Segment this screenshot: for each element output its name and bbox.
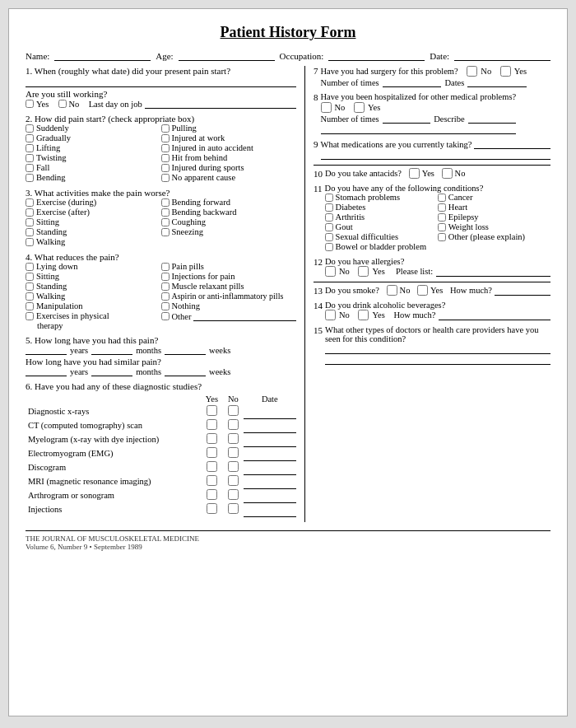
q3-options: Exercise (during) Exercise (after) Sitti…: [26, 198, 296, 247]
q5-months-label: months: [136, 346, 161, 355]
q4-label: 4. What reduces the pain?: [26, 252, 296, 262]
q12-no-checkbox[interactable]: [325, 266, 336, 277]
q15-text: What other types of doctors or health ca…: [325, 325, 550, 343]
q15-field[interactable]: [325, 344, 550, 354]
q9-section: 9 What medications are you currently tak…: [314, 139, 550, 160]
q6-no-cell[interactable]: [223, 474, 243, 488]
q6-no-cell[interactable]: [223, 502, 243, 516]
q5-sim-weeks-field[interactable]: [165, 366, 206, 376]
q5-weeks-field[interactable]: [165, 345, 206, 355]
q14-yes-checkbox[interactable]: [358, 310, 369, 320]
q4-standing: Standing: [26, 282, 161, 291]
q13-yes-label: Yes: [430, 286, 443, 295]
q6-date-cell[interactable]: [244, 446, 296, 460]
name-label: Name:: [26, 51, 49, 61]
q1-yes-checkbox[interactable]: [26, 100, 34, 108]
q6-yes-cell[interactable]: [201, 502, 223, 516]
q4-other-field[interactable]: [193, 311, 296, 321]
q11-weight-loss: Weight loss: [438, 222, 550, 231]
q6-no-cell[interactable]: [223, 418, 243, 432]
q6-yes-cell[interactable]: [201, 418, 223, 432]
q7-yes-checkbox[interactable]: [500, 66, 511, 77]
header-row: Name: Age: Occupation: Date:: [26, 49, 550, 61]
q2-label: 2. How did pain start? (check appropriat…: [26, 114, 296, 124]
q6-row: CT (computed tomography) scan: [26, 418, 296, 432]
footer: THE JOURNAL OF MUSCULOSKELETAL MEDICINE …: [26, 530, 550, 551]
q5-years-field[interactable]: [26, 345, 67, 355]
q10-yes-checkbox[interactable]: [409, 168, 420, 179]
q6-yes-cell[interactable]: [201, 488, 223, 502]
q2-options: Suddenly Gradually Lifting Twisting Fall…: [26, 124, 296, 183]
q15-number: 15: [314, 325, 323, 335]
q13-number: 13: [314, 286, 323, 296]
age-field[interactable]: [179, 49, 275, 61]
q7-dates-field[interactable]: [467, 77, 527, 87]
q5-months-field[interactable]: [91, 345, 132, 355]
q13-no-checkbox[interactable]: [387, 285, 397, 296]
q6-no-cell[interactable]: [223, 446, 243, 460]
q13-how-much-field[interactable]: [495, 286, 550, 296]
q10-no-checkbox[interactable]: [442, 168, 453, 179]
q8-no-label: No: [335, 103, 346, 112]
q12-row: No Yes Please list:: [325, 266, 550, 277]
q6-no-cell[interactable]: [223, 432, 243, 446]
q6-yes-cell[interactable]: [201, 404, 223, 418]
q3-standing: Standing: [26, 227, 161, 236]
q4-muscle-relaxant: Muscle relaxant pills: [161, 282, 297, 291]
q13-row: 13 Do you smoke? No Yes How much?: [314, 285, 550, 296]
q1-no-checkbox[interactable]: [58, 100, 67, 108]
q6-date-cell[interactable]: [244, 502, 296, 516]
q4-right-col: Pain pills Injections for pain Muscle re…: [161, 262, 297, 330]
last-day-field[interactable]: [145, 99, 296, 109]
q6-row: Injections: [26, 502, 296, 516]
q6-study-label: Myelogram (x-ray with dye injection): [26, 432, 201, 446]
q8-num-field[interactable]: [383, 114, 431, 124]
q6-no-cell[interactable]: [223, 488, 243, 502]
q10-section: 10 Do you take antacids? Yes No: [314, 168, 550, 179]
q6-no-cell[interactable]: [223, 404, 243, 418]
date-field[interactable]: [454, 49, 550, 61]
q13-yes-checkbox[interactable]: [417, 285, 428, 296]
q6-yes-cell[interactable]: [201, 432, 223, 446]
q14-no-checkbox[interactable]: [325, 310, 336, 320]
q6-yes-cell[interactable]: [201, 446, 223, 460]
name-field[interactable]: [54, 49, 151, 61]
q6-yes-cell[interactable]: [201, 460, 223, 474]
q4-injections: Injections for pain: [161, 272, 297, 281]
q5-sim-months-field[interactable]: [91, 366, 132, 376]
q3-coughing: Coughing: [161, 217, 297, 226]
q14-text: Do you drink alcoholic beverages?: [325, 301, 550, 310]
q6-date-cell[interactable]: [244, 432, 296, 446]
q11-stomach: Stomach problems: [325, 193, 438, 202]
q12-list-field[interactable]: [436, 267, 550, 277]
q10-yes-label: Yes: [422, 169, 434, 178]
q9-field[interactable]: [474, 139, 550, 149]
q6-date-cell[interactable]: [244, 460, 296, 474]
q5-weeks-label: weeks: [209, 346, 230, 355]
q5-sim-years-field[interactable]: [26, 366, 67, 376]
q2-suddenly: Suddenly: [26, 124, 161, 133]
q6-no-cell[interactable]: [223, 460, 243, 474]
q6-date-cell[interactable]: [244, 488, 296, 502]
q14-how-much-field[interactable]: [439, 310, 550, 320]
q14-row: No Yes How much?: [325, 310, 550, 320]
q8-yes-checkbox[interactable]: [354, 102, 365, 113]
date-label: Date:: [430, 51, 449, 61]
q10-row: 10 Do you take antacids? Yes No: [314, 168, 550, 179]
q2-fall: Fall: [26, 163, 161, 172]
q12-yes-checkbox[interactable]: [358, 266, 369, 277]
q6-date-cell[interactable]: [244, 418, 296, 432]
q8-describe-field[interactable]: [468, 114, 517, 124]
q7-num-field[interactable]: [383, 77, 442, 87]
q15-field2[interactable]: [325, 355, 550, 365]
q6-yes-cell[interactable]: [201, 474, 223, 488]
q2-no-apparent: No apparent cause: [161, 173, 297, 182]
q6-date-cell[interactable]: [244, 474, 296, 488]
q6-date-cell[interactable]: [244, 404, 296, 418]
q4-left-col: Lying down Sitting Standing Walking Mani…: [26, 262, 161, 330]
occupation-field[interactable]: [328, 49, 425, 61]
q7-no-checkbox[interactable]: [467, 66, 477, 77]
q8-no-checkbox[interactable]: [321, 102, 332, 113]
q4-options: Lying down Sitting Standing Walking Mani…: [26, 262, 296, 330]
q3-bending-backward: Bending backward: [161, 208, 297, 217]
